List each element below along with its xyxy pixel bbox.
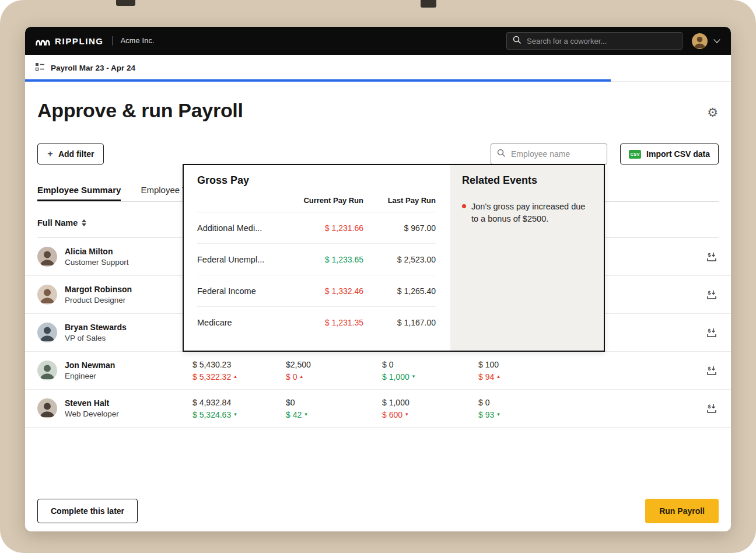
top-navigation-bar: RIPPLING Acme Inc. [25,27,731,55]
app-window: RIPPLING Acme Inc. Payroll Mar 23 - Apr … [25,27,731,531]
svg-text:$: $ [708,252,711,258]
svg-text:$: $ [708,328,711,334]
background-decoration [116,0,135,6]
employee-role: Web Developer [65,410,119,418]
brand-name: RIPPLING [55,36,104,46]
run-payroll-button[interactable]: Run Payroll [645,499,719,523]
employee-name: Steven Halt [65,398,119,408]
gross-pay-panel: Gross Pay Current Pay Run Last Pay Run A… [184,165,450,351]
gear-icon[interactable]: ⚙ [707,106,718,118]
related-events-title: Related Events [462,174,592,187]
gross-pay-columns: Current Pay Run Last Pay Run [197,196,436,212]
plus-icon: + [47,149,53,159]
chevron-down-icon[interactable] [713,36,720,43]
add-filter-button[interactable]: + Add filter [37,144,104,164]
employee-cell: Margot Robinson Product Designer [37,285,192,304]
trend-arrow-icon: ▾ [234,412,237,417]
progress-bar [25,79,731,82]
employee-search-input[interactable] [510,149,601,159]
last-pay-run-header: Last Pay Run [363,196,436,205]
download-paystub-icon[interactable]: $ [706,365,718,376]
gross-pay-row: Federal Unempl... $ 1,233.65 $ 2,523.00 [197,244,436,275]
svg-text:$: $ [708,366,711,372]
csv-file-icon: CSV [629,150,641,159]
progress-fill [25,79,611,82]
avatar [37,398,57,418]
payroll-step-bar[interactable]: Payroll Mar 23 - Apr 24 [25,55,731,82]
trend-arrow-icon: ▾ [304,412,307,417]
import-csv-label: Import CSV data [646,149,710,159]
pay-cell: $ 1,000 $ 600▾ [382,398,478,419]
step-label: Payroll Mar 23 - Apr 24 [51,64,135,72]
gross-pay-row: Federal Income $ 1,332.46 $ 1,265.40 [197,275,436,307]
employee-search[interactable] [491,144,607,164]
background-decoration [421,0,436,8]
table-header: Full Name [37,218,86,228]
svg-text:$: $ [708,404,711,410]
pay-cell: $ 100 $ 94▴ [478,360,566,382]
import-csv-button[interactable]: CSV Import CSV data [620,144,719,164]
user-avatar[interactable] [692,33,708,49]
trend-arrow-icon: ▾ [405,412,408,417]
trend-arrow-icon: ▾ [412,374,415,379]
employee-name: Bryan Stewards [65,323,127,332]
search-icon [513,36,521,46]
employee-role: VP of Sales [65,334,127,342]
desktop-background: RIPPLING Acme Inc. Payroll Mar 23 - Apr … [0,0,756,553]
gross-pay-row: Medicare $ 1,231.35 $ 1,167.00 [197,307,436,338]
pay-cell: $ 4,932.84 $ 5,324.63▾ [192,398,286,419]
current-pay-run-header: Current Pay Run [288,196,363,205]
trend-arrow-icon: ▴ [234,374,237,379]
tab-employee-summary[interactable]: Employee Summary [37,180,121,201]
table-row[interactable]: Steven Halt Web Developer $ 4,932.84 $ 5… [25,390,731,428]
employee-cell: Bryan Stewards VP of Sales [37,323,192,342]
avatar [37,360,57,380]
full-name-header: Full Name [37,218,78,228]
trend-arrow-icon: ▴ [497,374,500,379]
download-paystub-icon[interactable]: $ [706,402,718,414]
page-title: Approve & run Payroll [37,99,243,122]
related-events-panel: Related Events Jon's gross pay increased… [450,165,604,351]
svg-text:$: $ [708,290,711,296]
employee-role: Customer Support [65,258,129,267]
employee-role: Product Designer [65,296,132,304]
pay-cell: $0 $ 42▾ [286,398,382,419]
trend-arrow-icon: ▾ [497,412,500,417]
pay-cell: $ 5,430.23 $ 5,322.32▴ [192,360,286,382]
pay-cell: $ 0 $ 93▾ [478,398,566,419]
download-paystub-icon[interactable]: $ [706,327,718,338]
pay-cell: $ 0 $ 1,000▾ [382,360,478,382]
event-bullet-icon [462,204,466,208]
pay-cell: $2,500 $ 0▴ [286,360,382,382]
trend-arrow-icon: ▴ [300,374,303,379]
related-event-item: Jon's gross pay increased due to a bonus… [462,201,592,225]
coworker-search[interactable] [506,32,682,50]
event-text: Jon's gross pay increased due to a bonus… [471,201,592,225]
gross-pay-title: Gross Pay [197,174,436,187]
checklist-icon [35,62,45,74]
table-row[interactable]: Jon Newman Engineer $ 5,430.23 $ 5,322.3… [25,352,731,390]
company-name: Acme Inc. [121,37,155,45]
avatar [37,247,57,267]
coworker-search-input[interactable] [526,36,676,46]
employee-cell: Steven Halt Web Developer [37,398,192,418]
employee-cell: Jon Newman Engineer [37,360,192,380]
divider [112,36,113,46]
gross-pay-popover: Gross Pay Current Pay Run Last Pay Run A… [183,164,605,352]
download-paystub-icon[interactable]: $ [706,251,718,262]
employee-role: Engineer [65,372,115,380]
employee-cell: Alicia Milton Customer Support [37,247,192,267]
add-filter-label: Add filter [58,149,94,159]
tab-employee-taxes[interactable]: Employee T [141,180,187,201]
sort-icon[interactable] [82,219,86,226]
download-paystub-icon[interactable]: $ [706,289,718,300]
complete-later-button[interactable]: Complete this later [37,499,138,523]
avatar [37,285,57,304]
employee-name: Margot Robinson [65,285,132,294]
employee-name: Alicia Milton [65,247,129,256]
search-icon [497,149,505,159]
gross-pay-row: Additional Medi... $ 1,231.66 $ 967.00 [197,212,436,244]
avatar [37,323,57,342]
employee-name: Jon Newman [65,360,115,370]
rippling-logo-icon [35,36,50,46]
